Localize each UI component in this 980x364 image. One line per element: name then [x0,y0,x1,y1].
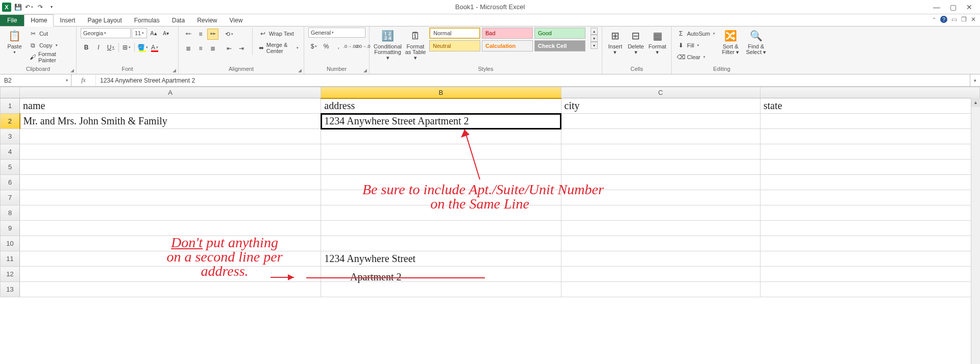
cell[interactable] [561,114,760,129]
undo-icon[interactable]: ↶ [24,3,34,12]
cell[interactable] [321,160,561,175]
column-header[interactable] [760,87,979,98]
cell[interactable] [321,190,561,205]
underline-button[interactable]: U [105,42,116,53]
select-all-corner[interactable] [1,87,20,98]
qat-customize-icon[interactable]: ▾ [47,3,56,12]
dialog-launcher-icon[interactable]: ◢ [298,68,302,73]
column-header[interactable]: A [20,87,321,98]
cell[interactable] [760,190,979,205]
find-select-button[interactable]: 🔍Find & Select ▾ [745,28,767,55]
row-header[interactable]: 7 [1,190,20,205]
row-header[interactable]: 13 [1,282,20,297]
formula-input[interactable]: 1234 Anywhere Street Apartment 2 [96,77,970,84]
cell[interactable]: city [561,98,760,114]
cell[interactable]: Mr. and Mrs. John Smith & Family [20,114,321,129]
cell[interactable] [20,251,321,267]
cell[interactable] [760,282,979,297]
tab-home[interactable]: Home [24,14,54,27]
help-icon[interactable]: ? [940,16,947,23]
tab-data[interactable]: Data [166,15,191,26]
style-check-cell[interactable]: Check Cell [534,40,585,51]
cell[interactable] [321,205,561,221]
cell[interactable] [760,114,979,129]
copy-button[interactable]: ⧉Copy▾ [28,40,72,50]
cell[interactable] [20,190,321,205]
conditional-formatting-button[interactable]: 🔢 Conditional Formatting ▾ [374,28,402,61]
delete-cells-button[interactable]: ⊟Delete▾ [627,28,645,55]
increase-font-icon[interactable]: A▴ [148,28,159,39]
cell[interactable] [321,129,561,144]
window-restore-icon[interactable]: ❐ [961,16,967,23]
chevron-up-icon[interactable]: ▴ [591,28,598,35]
cell[interactable] [760,205,979,221]
cut-button[interactable]: ✂Cut [28,29,72,39]
cell[interactable]: 1234 Anywhere Street [321,251,561,267]
dialog-launcher-icon[interactable]: ◢ [70,68,74,73]
cell[interactable] [561,251,760,267]
style-normal[interactable]: Normal [429,28,480,39]
cell[interactable] [760,251,979,267]
format-as-table-button[interactable]: 🗓 Format as Table ▾ [405,28,426,61]
currency-icon[interactable]: $ [308,41,320,52]
cell[interactable] [561,221,760,236]
minimize-button[interactable]: — [933,3,940,11]
row-header[interactable]: 3 [1,129,20,144]
cell[interactable] [20,221,321,236]
italic-button[interactable]: I [93,42,104,53]
decrease-indent-icon[interactable]: ⇤ [224,43,235,54]
style-neutral[interactable]: Neutral [429,40,480,51]
decrease-font-icon[interactable]: A▾ [160,28,172,39]
cell[interactable]: name [20,98,321,114]
cell[interactable] [760,267,979,282]
cell[interactable] [760,129,979,144]
format-cells-button[interactable]: ▦Format▾ [648,28,667,55]
row-header[interactable]: 4 [1,144,20,160]
cell[interactable] [760,236,979,251]
clear-button[interactable]: ⌫Clear [676,52,716,62]
scroll-up-icon[interactable]: ▲ [971,98,980,107]
align-top-icon[interactable]: ⬴ [183,29,194,40]
cell[interactable] [321,282,561,297]
percent-icon[interactable]: % [321,41,332,52]
cell[interactable] [561,267,760,282]
close-button[interactable]: ✕ [966,3,973,11]
decrease-decimal-icon[interactable]: .00→.0 [357,41,369,52]
window-close-inner-icon[interactable]: ✕ [971,16,976,23]
paste-button[interactable]: 📋 Paste ▼ [4,28,25,54]
merge-center-button[interactable]: ⬌Merge & Center [258,43,300,53]
comma-icon[interactable]: , [333,41,344,52]
cell[interactable] [321,221,561,236]
orientation-icon[interactable]: ⟲ [224,29,235,40]
styles-more-icon[interactable]: ▾ [591,42,598,49]
save-icon[interactable]: 💾 [13,3,22,12]
row-header[interactable]: 8 [1,205,20,221]
row-header[interactable]: 1 [1,98,20,114]
fx-button[interactable]: fx [71,74,96,86]
cell[interactable] [561,144,760,160]
tab-page-layout[interactable]: Page Layout [81,15,128,26]
cell-styles-gallery[interactable]: Normal Bad Good Neutral Calculation Chec… [429,28,585,51]
dialog-launcher-icon[interactable]: ◢ [173,68,176,73]
tab-insert[interactable]: Insert [54,15,81,26]
style-good[interactable]: Good [534,28,585,39]
cell[interactable] [321,236,561,251]
increase-decimal-icon[interactable]: .0→.00 [345,41,356,52]
style-bad[interactable]: Bad [482,28,533,39]
cell[interactable] [321,144,561,160]
autosum-button[interactable]: ΣAutoSum [676,29,716,39]
cell[interactable] [561,160,760,175]
file-tab[interactable]: File [0,15,24,26]
name-box[interactable]: B2 [0,74,71,86]
cell[interactable]: address [321,98,561,114]
dialog-launcher-icon[interactable]: ◢ [363,68,367,73]
column-header[interactable]: C [561,87,760,98]
bold-button[interactable]: B [81,42,92,53]
fill-button[interactable]: ⬇Fill [676,40,716,50]
insert-cells-button[interactable]: ⊞Insert▾ [606,28,624,55]
column-header[interactable]: B [321,87,561,98]
increase-indent-icon[interactable]: ⇥ [236,43,247,54]
cell[interactable] [760,144,979,160]
align-bottom-icon[interactable]: ⬵ [207,29,218,40]
fill-color-button[interactable]: 🪣 [137,42,148,53]
